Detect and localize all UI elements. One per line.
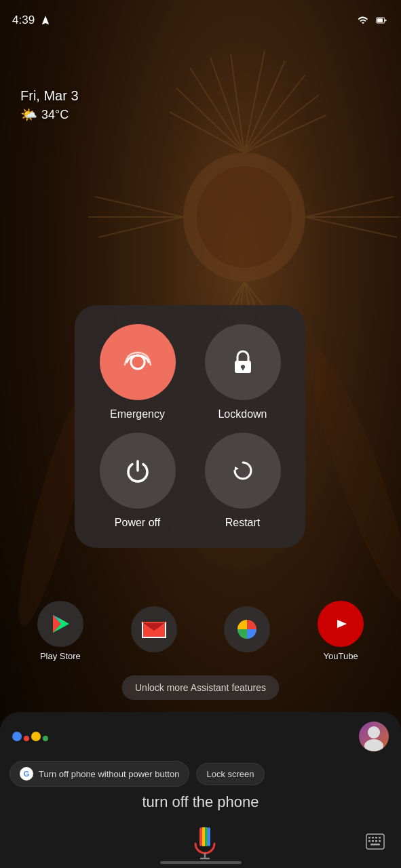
power-circle[interactable]	[100, 433, 176, 509]
svg-rect-48	[205, 827, 208, 846]
lock-screen-chip-text: Lock screen	[206, 769, 254, 779]
lockdown-label: Lockdown	[218, 408, 267, 420]
svg-rect-27	[377, 18, 383, 22]
svg-marker-33	[235, 467, 239, 471]
date-display: Fri, Mar 3	[20, 88, 79, 104]
svg-rect-62	[370, 844, 380, 846]
svg-point-44	[364, 739, 383, 751]
photos-app[interactable]	[224, 606, 270, 656]
play-store-svg	[47, 611, 73, 637]
svg-rect-61	[379, 840, 381, 842]
date-weather: Fri, Mar 3 🌤️ 34°C	[20, 88, 79, 123]
power-off-label: Power off	[115, 517, 160, 529]
wifi-icon	[356, 15, 370, 26]
keyboard-icon	[366, 833, 385, 850]
assistant-suggestion-text: Unlock more Assistant features	[135, 682, 266, 693]
status-bar: 4:39	[0, 0, 401, 35]
youtube-svg	[328, 614, 354, 633]
gmail-svg	[140, 619, 168, 639]
gmail-app[interactable]	[131, 606, 177, 656]
suggestion-chips-row: G Turn off phone without power button Lo…	[0, 751, 401, 787]
lock-screen-chip[interactable]: Lock screen	[196, 763, 264, 785]
restart-circle[interactable]	[205, 433, 281, 509]
photos-svg	[234, 616, 260, 642]
lockdown-button[interactable]: Lockdown	[196, 324, 289, 420]
svg-rect-54	[368, 837, 370, 839]
svg-rect-28	[385, 20, 386, 22]
google-g-icon: G	[20, 767, 33, 781]
turn-off-chip-text: Turn off phone without power button	[39, 769, 179, 779]
emergency-button[interactable]: Emergency	[91, 324, 184, 420]
google-dots-icon	[12, 732, 48, 741]
svg-point-43	[368, 726, 380, 738]
gmail-icon[interactable]	[131, 606, 177, 652]
nav-arrow-icon	[40, 15, 51, 26]
youtube-icon[interactable]	[318, 601, 364, 647]
lockdown-circle[interactable]	[205, 324, 281, 400]
emergency-icon	[121, 346, 154, 378]
assistant-panel: G Turn off phone without power button Lo…	[0, 712, 401, 868]
weather-row: 🌤️ 34°C	[20, 106, 79, 123]
svg-point-29	[131, 355, 145, 369]
dot-blue	[12, 732, 22, 741]
avatar-icon	[359, 722, 389, 751]
app-dock: Play Store	[0, 601, 401, 661]
emergency-circle[interactable]	[100, 324, 176, 400]
svg-rect-58	[368, 840, 370, 842]
assistant-query-text: turn off the phone	[142, 793, 259, 811]
power-icon	[123, 456, 153, 486]
photos-icon[interactable]	[224, 606, 270, 652]
play-store-icon[interactable]	[37, 601, 83, 647]
lock-icon	[228, 347, 258, 377]
svg-rect-60	[375, 840, 377, 842]
user-avatar[interactable]	[359, 722, 389, 751]
emergency-label: Emergency	[110, 408, 165, 420]
dot-green	[43, 736, 48, 741]
restart-icon	[228, 456, 258, 486]
svg-rect-32	[242, 367, 244, 370]
svg-rect-57	[379, 837, 381, 839]
status-right	[356, 15, 389, 26]
clock: 4:39	[12, 14, 35, 27]
play-store-label: Play Store	[40, 651, 81, 661]
svg-rect-49	[208, 827, 210, 846]
dot-yellow	[31, 732, 41, 741]
power-off-button[interactable]: Power off	[91, 433, 184, 529]
turn-off-chip[interactable]: G Turn off phone without power button	[9, 761, 189, 787]
youtube-app[interactable]: YouTube	[318, 601, 364, 661]
home-indicator	[160, 861, 242, 864]
status-left: 4:39	[12, 14, 51, 27]
play-store-app[interactable]: Play Store	[37, 601, 83, 661]
assistant-suggestion-bar[interactable]: Unlock more Assistant features	[121, 675, 280, 700]
mic-icon	[193, 826, 217, 861]
svg-rect-55	[372, 837, 374, 839]
keyboard-button[interactable]	[366, 833, 385, 854]
weather-icon: 🌤️	[20, 106, 37, 123]
youtube-label: YouTube	[324, 651, 358, 661]
svg-rect-56	[375, 837, 377, 839]
temperature-display: 34°C	[41, 108, 69, 122]
svg-rect-46	[199, 827, 202, 846]
battery-icon	[374, 15, 389, 26]
microphone-button[interactable]	[187, 826, 223, 861]
dot-red	[24, 736, 29, 741]
restart-label: Restart	[225, 517, 261, 529]
restart-button[interactable]: Restart	[196, 433, 289, 529]
power-menu-panel: Emergency Lockdown Power off	[75, 305, 305, 548]
svg-rect-59	[372, 840, 374, 842]
svg-rect-47	[202, 827, 205, 846]
assistant-header	[0, 712, 401, 751]
